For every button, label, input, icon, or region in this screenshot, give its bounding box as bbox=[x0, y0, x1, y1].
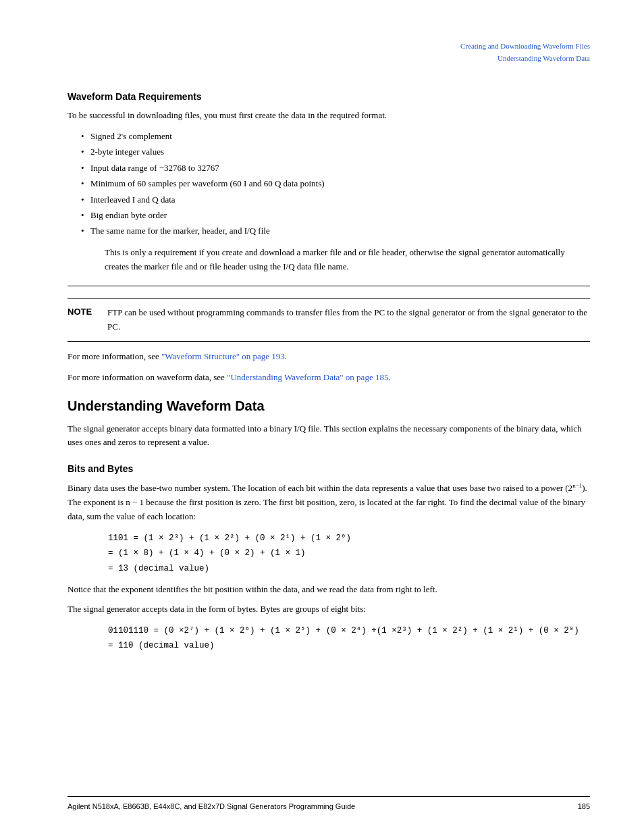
waveform-data-title: Waveform Data Requirements bbox=[68, 91, 590, 102]
header-line1: Creating and Downloading Waveform Files bbox=[68, 41, 590, 53]
footer-title: Agilent N518xA, E8663B, E44x8C, and E82x… bbox=[68, 802, 355, 810]
info-link-2: For more information on waveform data, s… bbox=[68, 371, 590, 385]
note-box: NOTE FTP can be used without programming… bbox=[68, 298, 590, 342]
list-item: Input data range of −32768 to 32767 bbox=[81, 160, 590, 176]
page: Creating and Downloading Waveform Files … bbox=[0, 0, 644, 834]
list-item: Signed 2's complement bbox=[81, 128, 590, 144]
bits-bytes-para1: Binary data uses the base-two number sys… bbox=[68, 481, 590, 524]
info-link-1-suffix: . bbox=[285, 351, 287, 361]
code1-line2: = (1 × 8) + (1 × 4) + (0 × 2) + (1 × 1) bbox=[108, 546, 590, 561]
code2-line1: 01101110 = (0 ×2⁷) + (1 × 2⁶) + (1 × 2⁵)… bbox=[108, 623, 590, 639]
bits-bytes-para3: The signal generator accepts data in the… bbox=[68, 602, 590, 617]
code2-line2: = 110 (decimal value) bbox=[108, 638, 590, 654]
header-line2: Understanding Waveform Data bbox=[68, 53, 590, 65]
code-block-1: 1101 = (1 × 2³) + (1 × 2²) + (0 × 2¹) + … bbox=[108, 531, 590, 577]
list-item: Minimum of 60 samples per waveform (60 I… bbox=[81, 176, 590, 191]
bits-bytes-section: Bits and Bytes Binary data uses the base… bbox=[68, 463, 590, 654]
list-item: Big endian byte order bbox=[81, 207, 590, 223]
bits-bytes-para2: Notice that the exponent identifies the … bbox=[68, 583, 590, 597]
understanding-intro: The signal generator accepts binary data… bbox=[68, 422, 590, 450]
code1-line1: 1101 = (1 × 2³) + (1 × 2²) + (0 × 2¹) + … bbox=[108, 531, 590, 546]
info-link-1-prefix: For more information, see bbox=[68, 351, 161, 361]
info-link-1: For more information, see "Waveform Stru… bbox=[68, 350, 590, 364]
waveform-structure-link[interactable]: "Waveform Structure" on page 193 bbox=[161, 351, 285, 361]
waveform-data-intro: To be successful in downloading files, y… bbox=[68, 109, 590, 123]
list-item: Interleaved I and Q data bbox=[81, 192, 590, 207]
para1-sup: n−1 bbox=[572, 482, 582, 489]
note-label: NOTE bbox=[68, 306, 98, 317]
header-nav: Creating and Downloading Waveform Files … bbox=[68, 41, 590, 64]
understanding-waveform-link[interactable]: "Understanding Waveform Data" on page 18… bbox=[227, 372, 388, 382]
list-item: 2-byte integer values bbox=[81, 144, 590, 159]
code-block-2: 01101110 = (0 ×2⁷) + (1 × 2⁶) + (1 × 2⁵)… bbox=[108, 623, 590, 654]
list-item: The same name for the marker, header, an… bbox=[81, 223, 590, 238]
note-text: FTP can be used without programming comm… bbox=[107, 306, 590, 334]
divider-1 bbox=[68, 286, 590, 286]
waveform-requirements-list: Signed 2's complement 2-byte integer val… bbox=[81, 128, 590, 239]
indented-note: This is only a requirement if you create… bbox=[105, 246, 590, 274]
footer-page: 185 bbox=[578, 802, 590, 810]
info-link-2-prefix: For more information on waveform data, s… bbox=[68, 372, 227, 382]
code1-line3: = 13 (decimal value) bbox=[108, 561, 590, 577]
para1-text: Binary data uses the base-two number sys… bbox=[68, 483, 572, 493]
understanding-title: Understanding Waveform Data bbox=[68, 398, 590, 414]
waveform-data-section: Waveform Data Requirements To be success… bbox=[68, 91, 590, 273]
understanding-section: Understanding Waveform Data The signal g… bbox=[68, 398, 590, 450]
info-links: For more information, see "Waveform Stru… bbox=[68, 350, 590, 385]
info-link-2-suffix: . bbox=[388, 372, 390, 382]
footer: Agilent N518xA, E8663B, E44x8C, and E82x… bbox=[68, 796, 590, 810]
bits-bytes-title: Bits and Bytes bbox=[68, 463, 590, 474]
